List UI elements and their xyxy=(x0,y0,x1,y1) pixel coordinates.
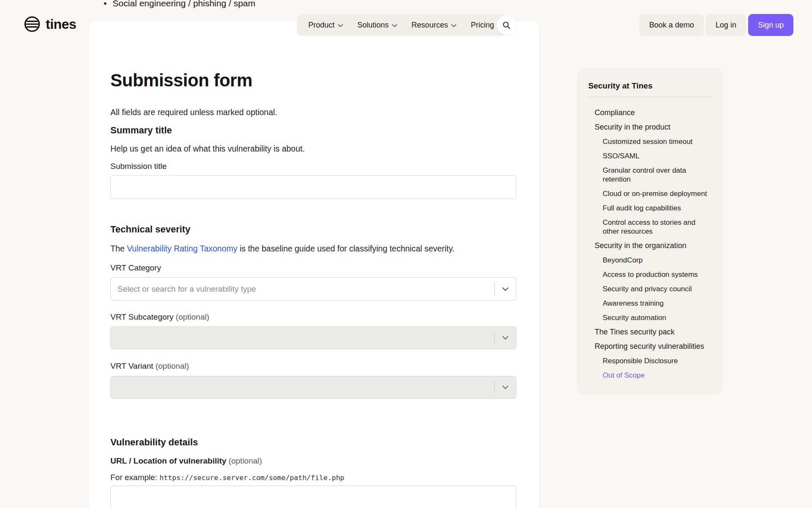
sidebar-item-customized-session-timeout[interactable]: Customized session timeout xyxy=(588,137,712,146)
url-example-prefix: For example: xyxy=(110,473,159,482)
sidebar-item-security-and-privacy-council[interactable]: Security and privacy council xyxy=(588,284,712,293)
vrt-subcategory-select xyxy=(110,326,516,349)
header-actions: Book a demoLog inSign up xyxy=(639,14,793,36)
nav-item-label: Resources xyxy=(411,21,448,30)
sidebar-item-security-in-the-organization[interactable]: Security in the organization xyxy=(588,241,712,250)
tines-logo-wordmark: tines xyxy=(46,17,76,32)
sidebar-item-out-of-scope[interactable]: Out of Scope xyxy=(588,371,712,380)
sidebar-item-full-audit-log-capabilities[interactable]: Full audit log capabilities xyxy=(588,204,712,213)
sidebar-item-access-to-production-systems[interactable]: Access to production systems xyxy=(588,270,712,279)
submission-title-label: Submission title xyxy=(110,161,167,171)
select-divider xyxy=(494,283,495,295)
log-in-button[interactable]: Log in xyxy=(706,14,746,36)
search-icon xyxy=(502,21,510,29)
vrt-subcategory-label: VRT Subcategory (optional) xyxy=(110,312,209,322)
vrt-variant-select xyxy=(110,376,516,399)
vulnerability-rating-taxonomy-link[interactable]: Vulnerability Rating Taxonomy xyxy=(127,244,237,253)
nav-item-solutions[interactable]: Solutions xyxy=(350,14,404,36)
vrt-category-select[interactable]: Select or search for a vulnerability typ… xyxy=(110,277,516,301)
chevron-down-icon xyxy=(502,336,508,340)
bullet-marker: • xyxy=(104,0,107,9)
technical-severity-heading: Technical severity xyxy=(110,224,190,235)
nav-item-label: Product xyxy=(308,21,335,30)
sidebar-security-nav: Security at Tines ComplianceSecurity in … xyxy=(577,69,723,395)
chevron-down-icon xyxy=(392,24,397,27)
tines-logo-icon xyxy=(23,15,41,33)
sidebar-item-control-access-to-stories-and-other-resources[interactable]: Control access to stories and other reso… xyxy=(588,218,712,236)
url-location-label: URL / Location of vulnerability (optiona… xyxy=(110,456,262,466)
vrt-category-label: VRT Category xyxy=(110,262,161,273)
sidebar-item-security-in-the-product[interactable]: Security in the product xyxy=(588,123,712,132)
sign-up-button[interactable]: Sign up xyxy=(748,14,793,36)
optional-tag: (optional) xyxy=(228,456,262,465)
sidebar-item-security-automation[interactable]: Security automation xyxy=(588,313,712,322)
url-location-input[interactable] xyxy=(110,486,516,508)
form-intro: All fields are required unless marked op… xyxy=(110,107,277,118)
sidebar-item-granular-control-over-data-retention[interactable]: Granular control over data retention xyxy=(588,166,712,184)
severity-description: The Vulnerability Rating Taxonomy is the… xyxy=(110,243,455,254)
sidebar-item-compliance[interactable]: Compliance xyxy=(588,108,712,117)
sidebar-item-reporting-security-vulnerabilities[interactable]: Reporting security vulnerabilities xyxy=(588,342,712,351)
severity-description-suffix: is the baseline guide used for classifyi… xyxy=(237,244,454,253)
main-content-card: Submission form All fields are required … xyxy=(89,22,539,508)
sidebar-item-awareness-training[interactable]: Awareness training xyxy=(588,299,712,308)
nav-item-product[interactable]: Product xyxy=(301,14,350,36)
vrt-category-placeholder: Select or search for a vulnerability typ… xyxy=(118,284,256,294)
select-divider xyxy=(494,381,495,393)
severity-description-prefix: The xyxy=(110,244,127,253)
nav-item-label: Pricing xyxy=(471,21,494,30)
sidebar-item-cloud-or-on-premise-deployment[interactable]: Cloud or on-premise deployment xyxy=(588,189,712,198)
search-button[interactable] xyxy=(497,15,516,35)
tines-logo[interactable]: tines xyxy=(23,15,76,33)
sidebar-item-the-tines-security-pack[interactable]: The Tines security pack xyxy=(588,328,712,337)
optional-tag: (optional) xyxy=(176,312,209,321)
scrolled-list-item-text: Social engineering / phishing / spam xyxy=(112,0,255,9)
chevron-down-icon xyxy=(502,287,508,291)
select-divider xyxy=(494,332,495,344)
summary-description: Help us get an idea of what this vulnera… xyxy=(110,143,305,155)
vulnerability-details-heading: Vulnerability details xyxy=(110,436,198,448)
sidebar-title: Security at Tines xyxy=(588,81,712,91)
nav-item-label: Solutions xyxy=(357,21,389,30)
chevron-down-icon xyxy=(451,24,456,27)
url-example: For example: https://secure.server.com/s… xyxy=(110,472,344,483)
book-a-demo-button[interactable]: Book a demo xyxy=(639,14,704,36)
sidebar-item-responsible-disclosure[interactable]: Responsible Disclosure xyxy=(588,356,712,365)
page-title: Submission form xyxy=(110,70,252,91)
chevron-down-icon xyxy=(502,386,508,389)
sidebar-item-beyondcorp[interactable]: BeyondCorp xyxy=(588,256,712,265)
sidebar-divider xyxy=(588,97,712,97)
nav-menu: ProductSolutionsResourcesPricing xyxy=(297,14,505,36)
sidebar-item-sso-saml[interactable]: SSO/SAML xyxy=(588,152,712,160)
nav-item-resources[interactable]: Resources xyxy=(404,14,464,36)
sidebar-list: ComplianceSecurity in the productCustomi… xyxy=(588,108,712,380)
optional-tag: (optional) xyxy=(156,362,189,370)
submission-title-input[interactable] xyxy=(110,175,516,199)
nav-item-pricing[interactable]: Pricing xyxy=(464,14,501,36)
chevron-down-icon xyxy=(338,24,343,27)
url-example-path: https://secure.server.com/some/path/file… xyxy=(159,474,344,482)
summary-title-heading: Summary title xyxy=(110,124,172,136)
vrt-variant-label: VRT Variant (optional) xyxy=(110,361,189,371)
scrolled-list-item: • Social engineering / phishing / spam xyxy=(104,0,255,9)
